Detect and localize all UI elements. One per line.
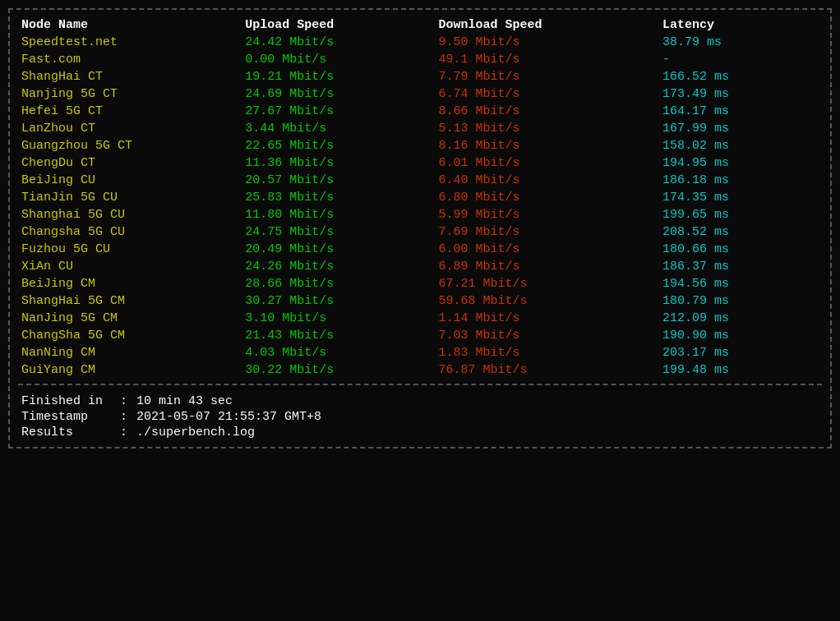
cell-latency: 186.18 ms (659, 172, 822, 189)
cell-download: 9.50 Mbit/s (436, 34, 659, 51)
results-label: Results (21, 426, 120, 439)
cell-latency: 38.79 ms (659, 34, 822, 51)
section-divider (18, 384, 822, 385)
cell-upload: 24.26 Mbit/s (242, 258, 435, 275)
cell-latency: 203.17 ms (659, 344, 822, 361)
table-row: Nanjing 5G CT24.69 Mbit/s6.74 Mbit/s173.… (18, 85, 822, 103)
cell-latency: 199.65 ms (659, 206, 822, 223)
cell-upload: 3.44 Mbit/s (242, 120, 435, 137)
table-row: ChengDu CT11.36 Mbit/s6.01 Mbit/s194.95 … (18, 154, 822, 172)
cell-download: 6.00 Mbit/s (436, 241, 659, 258)
footer-finished: Finished in : 10 min 43 sec (18, 393, 822, 409)
cell-latency: 212.09 ms (659, 310, 822, 327)
table-row: NanNing CM4.03 Mbit/s1.83 Mbit/s203.17 m… (18, 344, 822, 361)
cell-download: 7.03 Mbit/s (436, 327, 659, 344)
cell-node: XiAn CU (18, 258, 242, 275)
table-row: BeiJing CM28.66 Mbit/s67.21 Mbit/s194.56… (18, 275, 822, 292)
cell-latency: 194.95 ms (659, 154, 822, 172)
cell-upload: 4.03 Mbit/s (242, 344, 435, 361)
table-row: NanJing 5G CM3.10 Mbit/s1.14 Mbit/s212.0… (18, 310, 822, 327)
results-value: ./superbench.log (136, 426, 255, 439)
table-row: Speedtest.net24.42 Mbit/s9.50 Mbit/s38.7… (18, 34, 822, 51)
timestamp-value: 2021-05-07 21:55:37 GMT+8 (136, 410, 321, 424)
main-container: Node Name Upload Speed Download Speed La… (8, 8, 832, 448)
cell-latency: 180.79 ms (659, 292, 822, 310)
cell-download: 49.1 Mbit/s (436, 51, 659, 68)
cell-node: Nanjing 5G CT (18, 85, 242, 103)
cell-node: NanJing 5G CM (18, 310, 242, 327)
footer-results: Results : ./superbench.log (18, 425, 822, 440)
cell-download: 1.14 Mbit/s (436, 310, 659, 327)
table-row: ChangSha 5G CM21.43 Mbit/s7.03 Mbit/s190… (18, 327, 822, 344)
cell-download: 59.68 Mbit/s (436, 292, 659, 310)
cell-upload: 20.57 Mbit/s (242, 172, 435, 189)
cell-latency: 190.90 ms (659, 327, 822, 344)
cell-upload: 0.00 Mbit/s (242, 51, 435, 68)
cell-node: Changsha 5G CU (18, 223, 242, 241)
cell-upload: 11.80 Mbit/s (242, 206, 435, 223)
footer-section: Finished in : 10 min 43 sec Timestamp : … (18, 390, 822, 440)
cell-node: TianJin 5G CU (18, 189, 242, 206)
table-row: TianJin 5G CU25.83 Mbit/s6.80 Mbit/s174.… (18, 189, 822, 206)
header-latency: Latency (659, 16, 822, 34)
table-row: LanZhou CT3.44 Mbit/s5.13 Mbit/s167.99 m… (18, 120, 822, 137)
timestamp-label: Timestamp (21, 410, 120, 424)
cell-latency: 164.17 ms (659, 103, 822, 120)
cell-node: LanZhou CT (18, 120, 242, 137)
cell-node: GuiYang CM (18, 361, 242, 379)
table-header: Node Name Upload Speed Download Speed La… (18, 16, 822, 34)
cell-latency: 208.52 ms (659, 223, 822, 241)
cell-latency: 180.66 ms (659, 241, 822, 258)
cell-node: BeiJing CM (18, 275, 242, 292)
cell-node: Fuzhou 5G CU (18, 241, 242, 258)
cell-download: 1.83 Mbit/s (436, 344, 659, 361)
footer-timestamp: Timestamp : 2021-05-07 21:55:37 GMT+8 (18, 409, 822, 425)
cell-node: Guangzhou 5G CT (18, 137, 242, 154)
cell-upload: 30.22 Mbit/s (242, 361, 435, 379)
cell-node: ShangHai 5G CM (18, 292, 242, 310)
cell-node: Speedtest.net (18, 34, 242, 51)
cell-upload: 27.67 Mbit/s (242, 103, 435, 120)
cell-download: 8.66 Mbit/s (436, 103, 659, 120)
cell-upload: 30.27 Mbit/s (242, 292, 435, 310)
cell-latency: - (659, 51, 822, 68)
cell-upload: 20.49 Mbit/s (242, 241, 435, 258)
table-row: Guangzhou 5G CT22.65 Mbit/s8.16 Mbit/s15… (18, 137, 822, 154)
cell-latency: 199.48 ms (659, 361, 822, 379)
table-row: ShangHai CT19.21 Mbit/s7.79 Mbit/s166.52… (18, 68, 822, 85)
cell-node: Shanghai 5G CU (18, 206, 242, 223)
cell-latency: 167.99 ms (659, 120, 822, 137)
table-row: Changsha 5G CU24.75 Mbit/s7.69 Mbit/s208… (18, 223, 822, 241)
table-row: Fuzhou 5G CU20.49 Mbit/s6.00 Mbit/s180.6… (18, 241, 822, 258)
table-row: Hefei 5G CT27.67 Mbit/s8.66 Mbit/s164.17… (18, 103, 822, 120)
cell-download: 8.16 Mbit/s (436, 137, 659, 154)
results-colon: : (120, 426, 136, 439)
cell-latency: 186.37 ms (659, 258, 822, 275)
cell-upload: 24.75 Mbit/s (242, 223, 435, 241)
cell-upload: 19.21 Mbit/s (242, 68, 435, 85)
cell-upload: 24.69 Mbit/s (242, 85, 435, 103)
cell-upload: 11.36 Mbit/s (242, 154, 435, 172)
cell-node: Fast.com (18, 51, 242, 68)
cell-latency: 158.02 ms (659, 137, 822, 154)
table-row: Shanghai 5G CU11.80 Mbit/s5.99 Mbit/s199… (18, 206, 822, 223)
table-row: XiAn CU24.26 Mbit/s6.89 Mbit/s186.37 ms (18, 258, 822, 275)
cell-upload: 3.10 Mbit/s (242, 310, 435, 327)
table-row: ShangHai 5G CM30.27 Mbit/s59.68 Mbit/s18… (18, 292, 822, 310)
cell-download: 6.74 Mbit/s (436, 85, 659, 103)
cell-download: 6.40 Mbit/s (436, 172, 659, 189)
cell-download: 6.89 Mbit/s (436, 258, 659, 275)
cell-latency: 174.35 ms (659, 189, 822, 206)
cell-latency: 166.52 ms (659, 68, 822, 85)
cell-download: 7.79 Mbit/s (436, 68, 659, 85)
cell-upload: 22.65 Mbit/s (242, 137, 435, 154)
cell-download: 76.87 Mbit/s (436, 361, 659, 379)
cell-latency: 194.56 ms (659, 275, 822, 292)
cell-download: 6.01 Mbit/s (436, 154, 659, 172)
cell-node: ChengDu CT (18, 154, 242, 172)
cell-download: 5.13 Mbit/s (436, 120, 659, 137)
cell-node: ShangHai CT (18, 68, 242, 85)
cell-node: Hefei 5G CT (18, 103, 242, 120)
cell-download: 6.80 Mbit/s (436, 189, 659, 206)
table-row: GuiYang CM30.22 Mbit/s76.87 Mbit/s199.48… (18, 361, 822, 379)
